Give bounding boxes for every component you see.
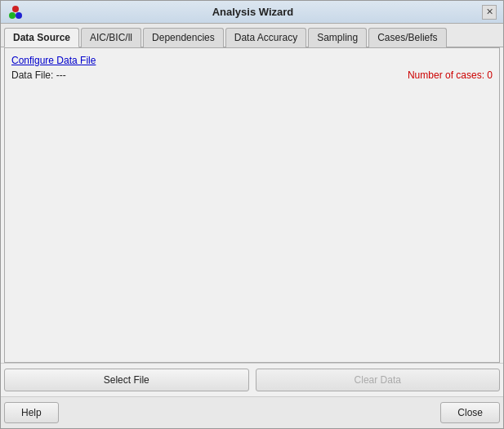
close-button[interactable]: Close (440, 402, 500, 423)
configure-data-file-link[interactable]: Configure Data File (11, 55, 493, 66)
analysis-wizard-window: Analysis Wizard ✕ Data Source AIC/BIC/ll… (0, 0, 504, 429)
svg-point-2 (16, 12, 22, 19)
help-button[interactable]: Help (4, 402, 59, 423)
svg-point-1 (9, 12, 16, 19)
svg-point-0 (12, 6, 19, 12)
tab-data-source[interactable]: Data Source (4, 28, 79, 47)
window-close-button[interactable]: ✕ (482, 5, 497, 20)
data-file-label: Data File: --- (11, 69, 66, 81)
tab-dependencies[interactable]: Dependencies (143, 28, 224, 47)
action-buttons-row: Select File Clear Data (1, 363, 503, 396)
tabs-bar: Data Source AIC/BIC/ll Dependencies Data… (1, 24, 503, 47)
number-of-cases-label: Number of cases: 0 (408, 69, 493, 81)
clear-data-button[interactable]: Clear Data (256, 369, 501, 391)
app-icon (7, 4, 24, 20)
tab-aic-bic-ll[interactable]: AIC/BIC/ll (81, 28, 141, 47)
tab-sampling[interactable]: Sampling (308, 28, 367, 47)
footer-row: Help Close (1, 396, 503, 428)
tab-cases-beliefs[interactable]: Cases/Beliefs (368, 28, 446, 47)
select-file-button[interactable]: Select File (4, 369, 249, 391)
tab-data-accuracy[interactable]: Data Accuracy (225, 28, 306, 47)
window-title: Analysis Wizard (24, 6, 482, 18)
tab-content-area: Configure Data File Data File: --- Numbe… (4, 47, 500, 363)
title-bar: Analysis Wizard ✕ (1, 1, 503, 24)
data-file-row: Data File: --- Number of cases: 0 (11, 69, 493, 81)
